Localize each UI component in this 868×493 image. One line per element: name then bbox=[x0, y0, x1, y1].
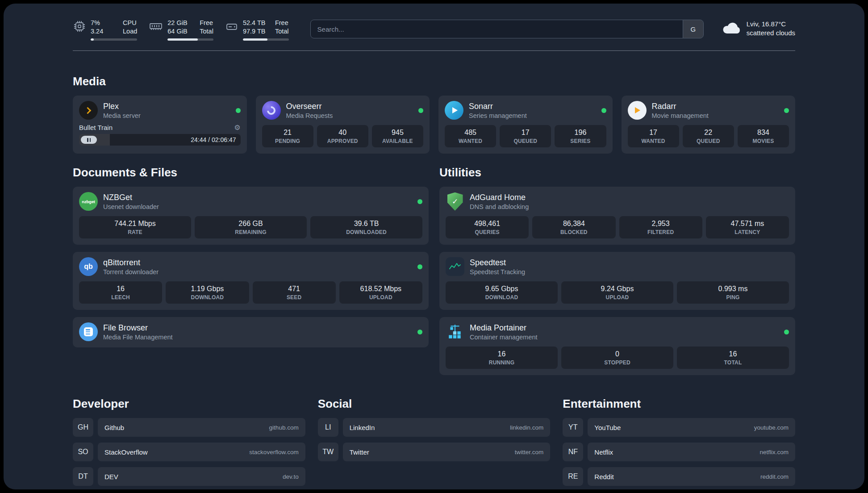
stat-tile: 16 LEECH bbox=[79, 281, 162, 304]
stat-tile: 0.993 ms PING bbox=[677, 281, 789, 304]
playback-time: 24:44 / 02:06:47 bbox=[191, 136, 236, 143]
service-subtitle: Container management bbox=[470, 334, 538, 341]
stat-tile: 266 GB REMAINING bbox=[195, 216, 307, 238]
memory-widget: 22 GiB 64 GiB Free Total bbox=[149, 19, 213, 41]
bookmark-link-reddit[interactable]: Reddit reddit.com bbox=[588, 467, 795, 486]
weather-condition: scattered clouds bbox=[747, 29, 795, 38]
bookmark-row: NF Netflix netflix.com bbox=[563, 443, 795, 461]
bookmark-group-social: Social LI LinkedIn linkedin.com TW Twitt… bbox=[318, 397, 551, 467]
service-card-radarr[interactable]: Radarr Movie management 17 WANTED 22 QUE… bbox=[622, 96, 796, 154]
service-name: Speedtest bbox=[470, 258, 525, 267]
stat-tile: 618.52 Mbps UPLOAD bbox=[339, 281, 422, 304]
service-card-portainer[interactable]: Media Portainer Container management 16 … bbox=[439, 317, 795, 375]
stat-tile: 17 WANTED bbox=[628, 125, 679, 147]
stat-tile: 945 AVAILABLE bbox=[372, 125, 423, 147]
memory-usage-bar bbox=[167, 38, 213, 41]
bookmark-link-stackoverflow[interactable]: StackOverflow stackoverflow.com bbox=[98, 443, 305, 461]
documents-section-title: Documents & Files bbox=[73, 165, 429, 180]
service-card-qbittorrent[interactable]: qb qBittorrent Torrent downloader 16 LEE… bbox=[73, 252, 429, 310]
portainer-icon bbox=[446, 322, 464, 341]
bookmark-abbr[interactable]: SO bbox=[73, 443, 93, 461]
cloud-icon bbox=[722, 20, 741, 37]
social-group-title: Social bbox=[318, 397, 551, 411]
stat-tile: 86,384 BLOCKED bbox=[532, 216, 615, 238]
service-subtitle: Media File Management bbox=[103, 334, 173, 341]
stat-tile: 9.24 Gbps UPLOAD bbox=[561, 281, 673, 304]
memory-total-value: 64 GiB bbox=[167, 27, 192, 36]
service-subtitle: DNS and adblocking bbox=[470, 203, 529, 210]
search-provider-button[interactable]: G bbox=[683, 20, 703, 38]
cpu-usage-fill bbox=[91, 38, 94, 41]
bookmark-abbr[interactable]: GH bbox=[73, 418, 93, 437]
service-card-overseerr[interactable]: Overseerr Media Requests 21 PENDING 40 A… bbox=[256, 96, 430, 154]
stat-tile: 16 TOTAL bbox=[677, 347, 789, 369]
service-name: Media Portainer bbox=[470, 323, 538, 333]
bookmark-row: GH Github github.com bbox=[73, 418, 305, 437]
stat-tile: 196 SERIES bbox=[555, 125, 606, 147]
overseerr-icon bbox=[262, 101, 281, 120]
status-dot bbox=[418, 108, 423, 113]
service-name: File Browser bbox=[103, 323, 173, 333]
service-card-sonarr[interactable]: Sonarr Series management 485 WANTED 17 Q… bbox=[438, 96, 613, 154]
bookmark-abbr[interactable]: YT bbox=[563, 418, 583, 437]
stat-tile: 9.65 Gbps DOWNLOAD bbox=[446, 281, 558, 304]
section-documents: Documents & Files nzbget NZBGet Usenet d… bbox=[73, 165, 429, 347]
pause-button[interactable] bbox=[81, 136, 97, 144]
adguard-icon: ✓ bbox=[446, 192, 464, 211]
bookmark-link-github[interactable]: Github github.com bbox=[98, 418, 305, 437]
cpu-usage-bar bbox=[91, 38, 137, 41]
bookmark-abbr[interactable]: TW bbox=[318, 443, 338, 461]
bookmark-row: LI LinkedIn linkedin.com bbox=[318, 418, 551, 437]
service-card-filebrowser[interactable]: File Browser Media File Management bbox=[73, 317, 429, 347]
stat-tile: 40 APPROVED bbox=[317, 125, 368, 147]
search-input[interactable] bbox=[311, 20, 683, 38]
stat-tile: 834 MOVIES bbox=[738, 125, 789, 147]
service-name: Sonarr bbox=[469, 102, 527, 111]
service-subtitle: Movie management bbox=[652, 112, 709, 119]
bookmark-group-entertainment: Entertainment YT YouTube youtube.com NF … bbox=[563, 397, 795, 489]
status-dot bbox=[417, 330, 422, 334]
developer-group-title: Developer bbox=[73, 397, 305, 411]
disk-icon bbox=[225, 20, 238, 41]
bookmark-link-netflix[interactable]: Netflix netflix.com bbox=[588, 443, 795, 461]
stat-tile: 22 QUEUED bbox=[683, 125, 734, 147]
bookmark-link-youtube[interactable]: YouTube youtube.com bbox=[588, 418, 795, 437]
entertainment-group-title: Entertainment bbox=[563, 397, 795, 411]
service-name: Overseerr bbox=[286, 102, 333, 111]
service-card-nzbget[interactable]: nzbget NZBGet Usenet downloader 744.21 M… bbox=[73, 187, 429, 245]
service-name: NZBGet bbox=[103, 193, 159, 202]
service-name: Plex bbox=[103, 102, 141, 111]
status-dot bbox=[784, 108, 789, 113]
bookmark-row: SO StackOverflow stackoverflow.com bbox=[73, 443, 305, 461]
disk-total-label: Total bbox=[275, 27, 289, 36]
playback-bar[interactable]: 24:44 / 02:06:47 bbox=[79, 134, 241, 146]
bookmark-link-twitter[interactable]: Twitter twitter.com bbox=[343, 443, 551, 461]
gear-icon[interactable]: ⚙ bbox=[234, 124, 240, 131]
stat-tile: 21 PENDING bbox=[262, 125, 313, 147]
status-dot bbox=[601, 108, 606, 113]
bookmark-link-linkedin[interactable]: LinkedIn linkedin.com bbox=[343, 418, 551, 437]
disk-widget: 52.4 TB 97.9 TB Free Total bbox=[225, 19, 289, 41]
bookmark-abbr[interactable]: NF bbox=[563, 443, 583, 461]
status-dot bbox=[417, 264, 422, 269]
stat-tile: 471 SEED bbox=[253, 281, 336, 304]
service-subtitle: Media server bbox=[103, 112, 141, 119]
cpu-usage-value: 7% bbox=[91, 19, 116, 27]
service-subtitle: Torrent downloader bbox=[103, 268, 159, 276]
disk-free-label: Free bbox=[275, 19, 289, 27]
cpu-label: CPU bbox=[123, 19, 137, 27]
bookmark-abbr[interactable]: RE bbox=[563, 467, 583, 486]
now-playing-widget: Bullet Train ⚙ 24:44 / 02:06:47 bbox=[79, 124, 241, 146]
service-card-adguard[interactable]: ✓ AdGuard Home DNS and adblocking 498,46… bbox=[439, 187, 795, 245]
stat-tile: 0 STOPPED bbox=[561, 347, 673, 369]
bookmark-row: RE Reddit reddit.com bbox=[563, 467, 795, 486]
disk-total-value: 97.9 TB bbox=[243, 27, 268, 36]
disk-free-value: 52.4 TB bbox=[243, 19, 268, 27]
bookmark-abbr[interactable]: LI bbox=[318, 418, 338, 437]
stat-tile: 2,953 FILTERED bbox=[619, 216, 702, 238]
service-card-speedtest[interactable]: Speedtest Speedtest Tracking 9.65 Gbps D… bbox=[439, 252, 795, 310]
bookmark-abbr[interactable]: DT bbox=[73, 467, 93, 486]
bookmark-link-dev[interactable]: DEV dev.to bbox=[98, 467, 305, 486]
stat-tile: 485 WANTED bbox=[445, 125, 496, 147]
service-card-plex[interactable]: Plex Media server Bullet Train ⚙ bbox=[73, 96, 247, 154]
